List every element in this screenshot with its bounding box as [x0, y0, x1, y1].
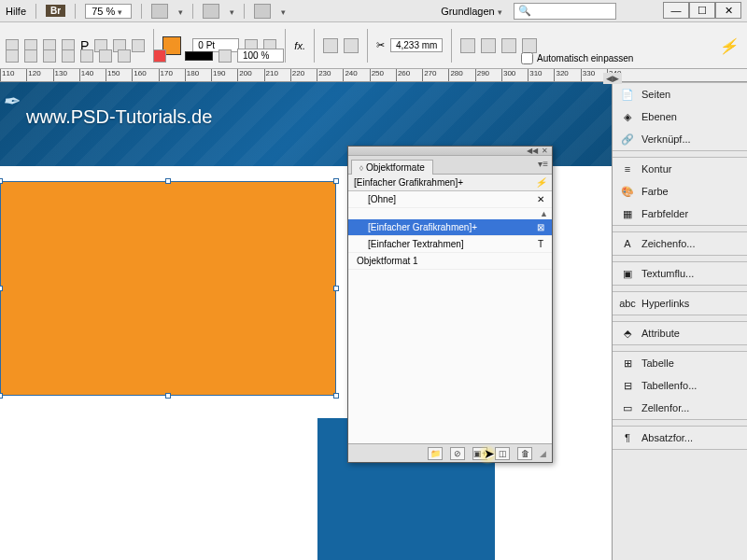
screen-mode-icon[interactable] — [203, 4, 219, 19]
panel-button-seiten[interactable]: 📄Seiten — [613, 83, 747, 105]
resize-handle[interactable] — [165, 178, 171, 184]
panel-button-zellenfor-[interactable]: ▭Zellenfor... — [613, 397, 747, 419]
fit-icon[interactable] — [481, 38, 496, 53]
separator — [141, 4, 142, 19]
panel-label: Attribute — [641, 328, 680, 339]
style-row[interactable]: [Einfacher Grafikrahmen]+⊠ — [348, 219, 552, 236]
tool-icon[interactable] — [43, 49, 56, 63]
panel-tab-objektformate[interactable]: Objektformate — [351, 160, 433, 175]
panel-button-hyperlinks[interactable]: abcHyperlinks — [613, 292, 747, 315]
panel-icon: ⊟ — [620, 379, 635, 392]
panel-button-tabellenfo-[interactable]: ⊟Tabellenfo... — [613, 374, 747, 397]
stroke-swatch[interactable] — [185, 51, 213, 61]
panel-button-textumflu-[interactable]: ▣Textumflu... — [613, 262, 747, 285]
panel-label: Seiten — [641, 89, 670, 100]
chevron-down-icon[interactable] — [278, 6, 286, 17]
new-style-icon[interactable]: ◫ — [495, 447, 510, 460]
style-row[interactable]: Objektformat 1 — [348, 253, 552, 270]
style-label: Objektformat 1 — [354, 256, 533, 266]
chevron-down-icon[interactable] — [176, 6, 183, 17]
quick-apply-icon[interactable]: ⚡ — [535, 177, 546, 188]
style-label: [Einfacher Grafikrahmen]+ — [365, 222, 533, 232]
autofit-checkbox[interactable] — [521, 52, 533, 64]
style-row[interactable]: [Einfacher Textrahmen]T — [348, 236, 552, 253]
panel-titlebar[interactable]: ◀◀✕ — [348, 147, 552, 156]
panel-button-farbe[interactable]: 🎨Farbe — [613, 180, 747, 203]
zoom-dropdown[interactable]: 75 % — [85, 4, 132, 19]
panel-icon: A — [620, 237, 635, 250]
panel-icon: abc — [620, 297, 635, 310]
panel-button-kontur[interactable]: ≡Kontur — [613, 158, 747, 180]
separator — [75, 4, 76, 19]
align-icon[interactable] — [344, 38, 359, 53]
arrange-icon[interactable] — [254, 4, 271, 19]
tool-icon[interactable] — [24, 49, 37, 63]
panel-button-farbfelder[interactable]: ▦Farbfelder — [613, 203, 747, 225]
tool-icon[interactable] — [118, 49, 131, 63]
resize-handle[interactable] — [0, 393, 3, 399]
resize-handle[interactable] — [165, 393, 171, 399]
ruler-tick: 240 — [343, 69, 357, 82]
tool-icon[interactable] — [6, 49, 19, 63]
ruler-tick: 300 — [501, 69, 515, 82]
chevron-down-icon[interactable] — [227, 6, 234, 17]
new-style-group-icon[interactable]: ▣+ — [472, 447, 487, 460]
panel-button-absatzfor-[interactable]: ¶Absatzfor... — [613, 427, 747, 449]
opacity-field[interactable]: 100 % — [237, 49, 284, 63]
ruler-horizontal[interactable]: 1101201301401501601701801902002102202302… — [0, 69, 747, 82]
panel-button-zeichenfo-[interactable]: AZeichenfo... — [613, 232, 747, 255]
resize-handle[interactable] — [333, 393, 339, 399]
ruler-tick: 260 — [396, 69, 410, 82]
crop-icon[interactable]: ✂ — [376, 39, 385, 51]
opts-icon[interactable] — [218, 49, 232, 63]
style-list[interactable]: [Ohne]✕▲[Einfacher Grafikrahmen]+⊠[Einfa… — [348, 191, 552, 443]
window-close-button[interactable]: ✕ — [715, 2, 741, 19]
menu-help[interactable]: Hilfe — [6, 6, 26, 17]
window-minimize-button[interactable]: — — [663, 2, 689, 19]
fit-icon[interactable] — [460, 38, 475, 53]
ruler-tick: 230 — [317, 69, 331, 82]
resize-handle[interactable] — [0, 178, 3, 184]
ruler-tick: 270 — [422, 69, 436, 82]
tool-icon[interactable] — [99, 49, 112, 63]
panel-icon: ◈ — [620, 110, 635, 123]
trash-icon[interactable]: 🗑 — [517, 447, 532, 460]
ruler-tick: 200 — [237, 69, 251, 82]
panel-label: Zellenfor... — [641, 402, 689, 413]
tool-icon[interactable] — [80, 49, 93, 63]
folder-icon[interactable]: 📁 — [428, 447, 443, 460]
window-maximize-button[interactable]: ☐ — [689, 2, 715, 19]
bridge-button[interactable]: Br — [46, 5, 65, 17]
object-styles-panel[interactable]: ◀◀✕ Objektformate ▾≡ [Einfacher Grafikra… — [347, 146, 553, 463]
panel-icon: 🎨 — [620, 185, 635, 198]
tool-icon[interactable] — [62, 49, 75, 63]
panel-button-tabelle[interactable]: ⊞Tabelle — [613, 352, 747, 374]
clear-override-icon[interactable]: ⊘ — [450, 447, 465, 460]
search-input[interactable]: 🔍 — [514, 3, 616, 20]
style-label: [Ohne] — [365, 194, 533, 204]
panel-button-verkn-pf-[interactable]: 🔗Verknüpf... — [613, 128, 747, 150]
style-marker-icon: ✕ — [533, 194, 548, 204]
selected-frame[interactable] — [0, 181, 336, 396]
fit-icon[interactable] — [522, 38, 537, 53]
flag-icon[interactable] — [153, 49, 166, 63]
panel-button-attribute[interactable]: ⬘Attribute — [613, 322, 747, 344]
resize-handle[interactable] — [333, 286, 339, 291]
measure-field[interactable]: 4,233 mm — [390, 38, 443, 52]
resize-handle[interactable] — [333, 178, 339, 184]
panel-icon: 🔗 — [620, 133, 635, 146]
align-icon[interactable] — [323, 38, 338, 53]
panel-menu-icon[interactable]: ▾≡ — [538, 159, 548, 169]
workspace-switcher[interactable]: Grundlagen — [441, 6, 502, 17]
panel-label: Absatzfor... — [641, 432, 693, 443]
panel-button-ebenen[interactable]: ◈Ebenen — [613, 105, 747, 128]
fit-icon[interactable] — [501, 38, 516, 53]
collapse-dock-icon[interactable]: ◀▶ — [603, 73, 622, 84]
quick-apply-icon[interactable]: ⚡ — [719, 37, 738, 55]
view-options-icon[interactable] — [151, 4, 168, 19]
style-row[interactable]: [Ohne]✕ — [348, 191, 552, 208]
resize-grip-icon[interactable]: ◢ — [540, 449, 546, 458]
resize-handle[interactable] — [0, 286, 3, 291]
panel-icon: ⬘ — [620, 327, 635, 340]
panel-tab-bar: Objektformate ▾≡ — [348, 156, 552, 175]
